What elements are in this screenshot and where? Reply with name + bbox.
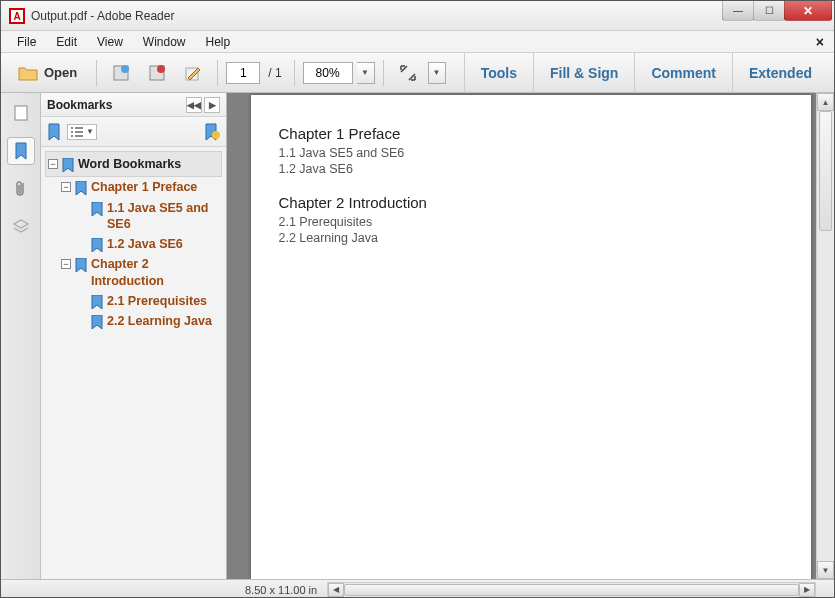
tools-panel-button[interactable]: Tools [464, 53, 533, 93]
separator [383, 60, 384, 86]
close-button[interactable]: ✕ [784, 1, 832, 21]
toolbar: Open / 1 80% ▼ ▼ Tools Fill & Sign Comme… [1, 53, 834, 93]
svg-rect-8 [15, 106, 27, 120]
scroll-thumb[interactable] [344, 584, 799, 596]
scroll-up-icon[interactable]: ▲ [817, 93, 834, 111]
collapse-icon[interactable]: − [48, 159, 58, 169]
tree-item-2-1[interactable]: 2.1 Prerequisites [77, 291, 222, 311]
bookmark-tree: − Word Bookmarks − Chapter 1 Preface 1.1… [41, 147, 226, 579]
menu-help[interactable]: Help [196, 33, 241, 51]
tree-label: 1.2 Java SE6 [107, 236, 183, 252]
tree-chapter1[interactable]: − Chapter 1 Preface [61, 177, 222, 197]
menu-view[interactable]: View [87, 33, 133, 51]
attachments-tab[interactable] [7, 175, 35, 203]
comment-panel-button[interactable]: Comment [634, 53, 732, 93]
scroll-left-icon[interactable]: ◀ [328, 583, 344, 597]
thumbnails-tab[interactable] [7, 99, 35, 127]
tree-label: 1.1 Java SE5 and SE6 [107, 200, 222, 233]
panel-collapse-button[interactable]: ◀◀ [186, 97, 202, 113]
tree-label: 2.2 Learning Java [107, 313, 212, 329]
pencil-icon [184, 64, 202, 82]
maximize-button[interactable]: ☐ [753, 1, 785, 21]
vertical-scrollbar[interactable]: ▲ ▼ [816, 93, 834, 579]
doc-close-icon[interactable]: × [812, 34, 828, 50]
menu-edit[interactable]: Edit [46, 33, 87, 51]
panel-header: Bookmarks ◀◀ ▶ [41, 93, 226, 117]
sign-button[interactable] [177, 59, 209, 87]
tree-root-label: Word Bookmarks [78, 156, 181, 172]
tree-label: Chapter 1 Preface [91, 179, 197, 195]
heading-ch1: Chapter 1 Preface [279, 125, 783, 142]
status-bar: 8.50 x 11.00 in ◀ ▶ [1, 579, 834, 598]
layers-icon [12, 218, 30, 236]
bookmarks-panel: Bookmarks ◀◀ ▶ ▼ − Word Bookmarks [41, 93, 227, 579]
page-number-input[interactable] [226, 62, 260, 84]
save-icon [112, 64, 130, 82]
panel-tools: ▼ [41, 117, 226, 147]
separator [294, 60, 295, 86]
separator [96, 60, 97, 86]
heading-ch2: Chapter 2 Introduction [279, 194, 783, 211]
minimize-button[interactable]: — [722, 1, 754, 21]
new-bookmark-icon[interactable] [204, 123, 220, 141]
zoom-value[interactable]: 80% [303, 62, 353, 84]
text-line: 2.2 Learning Java [279, 231, 783, 245]
scroll-thumb[interactable] [819, 111, 832, 231]
save-button[interactable] [105, 59, 137, 87]
bookmarks-tab[interactable] [7, 137, 35, 165]
svg-point-9 [212, 131, 220, 139]
open-label: Open [44, 65, 77, 80]
collapse-icon[interactable]: − [61, 259, 71, 269]
options-dropdown[interactable]: ▼ [67, 124, 97, 140]
bookmark-icon [91, 202, 103, 216]
extended-panel-button[interactable]: Extended [732, 53, 828, 93]
tree-chapter2[interactable]: − Chapter 2 Introduction [61, 254, 222, 291]
menu-window[interactable]: Window [133, 33, 196, 51]
bookmark-icon [91, 238, 103, 252]
panel-close-button[interactable]: ▶ [204, 97, 220, 113]
separator [217, 60, 218, 86]
bookmark-icon[interactable] [47, 123, 61, 141]
page-icon [12, 104, 30, 122]
tree-item-1-1[interactable]: 1.1 Java SE5 and SE6 [77, 198, 222, 235]
tree-item-1-2[interactable]: 1.2 Java SE6 [77, 234, 222, 254]
tree-item-2-2[interactable]: 2.2 Learning Java [77, 311, 222, 331]
app-icon: A [9, 8, 25, 24]
bookmark-icon [75, 181, 87, 195]
zoom-dropdown[interactable]: ▼ [357, 62, 375, 84]
text-line: 2.1 Prerequisites [279, 215, 783, 229]
fit-dropdown[interactable]: ▼ [428, 62, 446, 84]
pdf-page: Chapter 1 Preface 1.1 Java SE5 and SE6 1… [251, 95, 811, 579]
nav-strip [1, 93, 41, 579]
bookmark-icon [62, 158, 74, 172]
paperclip-icon [13, 180, 29, 198]
tree-label: Chapter 2 Introduction [91, 256, 222, 289]
bookmark-icon [91, 295, 103, 309]
pdf-icon [148, 64, 166, 82]
document-area: Chapter 1 Preface 1.1 Java SE5 and SE6 1… [227, 93, 834, 579]
bookmark-icon [14, 142, 28, 160]
open-button[interactable]: Open [7, 59, 88, 87]
document-scroll[interactable]: Chapter 1 Preface 1.1 Java SE5 and SE6 1… [227, 93, 834, 579]
folder-icon [18, 65, 38, 81]
scroll-down-icon[interactable]: ▼ [817, 561, 834, 579]
svg-text:A: A [13, 11, 20, 22]
fill-sign-panel-button[interactable]: Fill & Sign [533, 53, 634, 93]
layers-tab[interactable] [7, 213, 35, 241]
scroll-right-icon[interactable]: ▶ [799, 583, 815, 597]
page-dimensions: 8.50 x 11.00 in [1, 584, 327, 596]
bookmark-icon [91, 315, 103, 329]
convert-button[interactable] [141, 59, 173, 87]
panel-title: Bookmarks [47, 98, 112, 112]
tree-root[interactable]: − Word Bookmarks [48, 154, 219, 174]
bookmark-icon [75, 258, 87, 272]
fit-button[interactable] [392, 59, 424, 87]
text-line: 1.1 Java SE5 and SE6 [279, 146, 783, 160]
horizontal-scrollbar[interactable]: ◀ ▶ [327, 582, 816, 598]
svg-point-4 [121, 65, 129, 73]
fit-icon [399, 64, 417, 82]
collapse-icon[interactable]: − [61, 182, 71, 192]
menu-file[interactable]: File [7, 33, 46, 51]
list-icon [70, 126, 84, 138]
window-title: Output.pdf - Adobe Reader [31, 9, 834, 23]
